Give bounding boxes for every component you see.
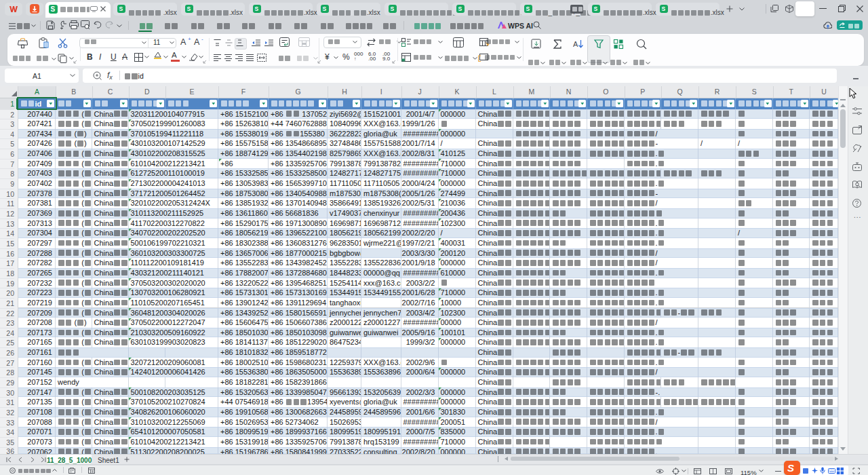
svg-text:A: A: [573, 40, 578, 48]
